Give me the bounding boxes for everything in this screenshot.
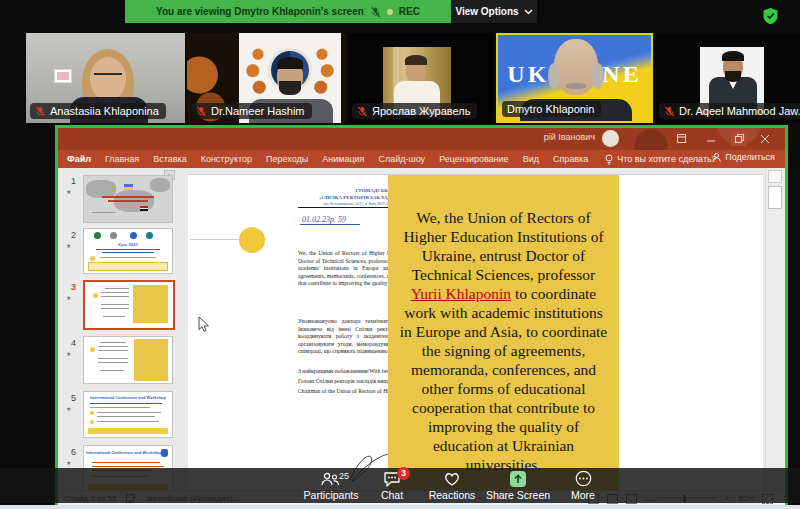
participant-name: Dr.Nameer Hashim — [211, 105, 305, 117]
security-shield-icon[interactable] — [762, 7, 779, 29]
ribbon-share-label: Поделиться — [725, 152, 775, 162]
tab-review[interactable]: Рецензирование — [439, 154, 509, 164]
minimize-button[interactable] — [703, 131, 719, 146]
tab-slideshow[interactable]: Слайд-шоу — [378, 154, 425, 164]
thumbnail-title: International Conference and Workshop — [86, 450, 162, 455]
reactions-label: Reactions — [414, 489, 490, 501]
video-tile-aqeel[interactable]: Dr. Aqeel Mahmood Jaw... — [655, 33, 800, 123]
ribbon-tab-bar: Файл Главная Вставка Конструктор Переход… — [58, 150, 785, 168]
participant-name-tag: Dr.Nameer Hashim — [191, 103, 312, 119]
rec-label: REC — [399, 6, 420, 17]
reactions-button[interactable]: Reactions — [414, 470, 490, 502]
video-tile-nameer[interactable]: Dr.Nameer Hashim — [187, 33, 346, 123]
slide-number: 1 — [60, 176, 76, 186]
letter-date-handwritten: 01.02.23р. 59 — [300, 215, 360, 225]
tab-file[interactable]: Файл — [67, 154, 91, 164]
lightbulb-icon — [605, 154, 613, 165]
participant-name-tag: Anastasiia Khlaponina — [30, 103, 166, 119]
viewing-banner: You are viewing Dmytro Khlaponin's scree… — [125, 0, 451, 23]
animation-star-icon: ★ — [66, 350, 71, 357]
highlight-link-yurii-khlaponin[interactable]: Yurii Khlaponin — [411, 285, 511, 302]
slide-thumbnail-1[interactable] — [83, 175, 173, 223]
close-button[interactable] — [757, 131, 773, 146]
muted-mic-icon — [196, 106, 207, 117]
mouse-cursor — [198, 316, 210, 337]
canvas-scrollbar[interactable] — [765, 168, 783, 493]
tab-view[interactable]: Вид — [523, 154, 539, 164]
ribbon-display-options-button[interactable] — [673, 131, 689, 146]
tell-me-box[interactable]: Что вы хотите сделать? — [605, 154, 717, 165]
account-avatar[interactable] — [602, 130, 619, 147]
slide-thumbnail-4[interactable] — [83, 336, 173, 384]
tab-design[interactable]: Конструктор — [201, 154, 252, 164]
bottom-edge-strip — [0, 505, 800, 509]
chat-unread-badge: 3 — [397, 467, 410, 480]
animation-star-icon: ★ — [66, 242, 71, 249]
scrollbar-top-button[interactable] — [768, 170, 782, 183]
powerpoint-titlebar: рій Іванович — [58, 128, 785, 150]
timeline-yellow-dot[interactable] — [239, 227, 265, 253]
recording-dot — [387, 9, 393, 15]
tab-help[interactable]: Справка — [553, 154, 588, 164]
muted-mic-icon — [357, 106, 368, 117]
video-tile-anastasiia[interactable]: Anastasiia Khlaponina — [26, 33, 185, 123]
slide-number: 2 — [60, 230, 76, 240]
shared-screen-region: рій Іванович Файл Главная Вставка Констр… — [55, 125, 788, 505]
participant-name-tag: Ярослав Журавель — [352, 103, 477, 119]
video-tile-yaroslav[interactable]: Ярослав Журавель — [348, 33, 494, 123]
slide-thumbnail-3-selected[interactable] — [83, 280, 175, 330]
tab-insert[interactable]: Вставка — [153, 154, 186, 164]
scrollbar-thumb[interactable] — [768, 186, 782, 209]
badge-icon — [161, 449, 168, 457]
banner-muted-mic-icon — [370, 6, 381, 18]
highlight-text-part2: to coordinate work with academic institu… — [400, 285, 607, 473]
video-tile-dmytro-active-speaker[interactable]: UKRAINE Dmytro Khlaponin — [496, 33, 653, 123]
slide-number: 4 — [60, 338, 76, 348]
animation-star-icon: ★ — [66, 294, 71, 301]
person-icon — [712, 153, 721, 162]
participant-name: Dmytro Khlaponin — [507, 103, 594, 115]
muted-mic-icon — [664, 106, 675, 117]
slide-thumbnail-panel: 1 ★ 2 ★ Kyiv, 2023 — [58, 168, 178, 493]
tab-home[interactable]: Главная — [105, 154, 139, 164]
chevron-down-icon — [524, 9, 533, 15]
slide-thumbnail-2[interactable]: Kyiv, 2023 — [83, 228, 173, 274]
zoom-meeting-screen: Anastasiia Khlaponina Dr.Nameer Hashim Я… — [0, 0, 800, 509]
participant-name-tag: Dr. Aqeel Mahmood Jaw... — [659, 103, 800, 119]
tab-transitions[interactable]: Переходы — [266, 154, 308, 164]
participants-count: 25 — [339, 471, 349, 481]
account-user-name: рій Іванович — [544, 132, 595, 142]
tab-animations[interactable]: Анимация — [322, 154, 364, 164]
more-button[interactable]: More — [545, 470, 621, 502]
participant-name: Dr. Aqeel Mahmood Jaw... — [679, 105, 800, 117]
share-screen-icon — [510, 471, 526, 487]
view-options-button[interactable]: View Options — [451, 0, 537, 23]
highlight-text-part1: We, the Union of Rectors of Higher Educa… — [403, 209, 603, 283]
participant-name-tag: Dmytro Khlaponin — [502, 101, 601, 117]
slide-number-selected: 3 — [60, 282, 76, 292]
muted-mic-icon — [35, 106, 46, 117]
tell-me-label: Что вы хотите сделать? — [617, 154, 717, 164]
thumbnail-title: International Conference and Workshop — [86, 395, 170, 400]
slide-number: 5 — [60, 393, 76, 403]
more-label: More — [545, 489, 621, 501]
animation-star-icon: ★ — [66, 405, 71, 412]
highlight-text-box[interactable]: We, the Union of Rectors of Higher Educa… — [388, 175, 619, 491]
animation-star-icon: ★ — [66, 188, 71, 195]
heart-icon — [443, 471, 461, 487]
more-ellipsis-icon — [575, 470, 592, 487]
view-options-label: View Options — [455, 6, 518, 17]
slide-number: 6 — [60, 447, 76, 457]
ribbon-share-button[interactable]: Поделиться — [712, 152, 775, 162]
viewing-banner-text: You are viewing Dmytro Khlaponin's scree… — [156, 6, 364, 17]
participant-name: Anastasiia Khlaponina — [50, 105, 159, 117]
animation-star-icon: ★ — [66, 459, 71, 466]
slide-thumbnail-5[interactable]: International Conference and Workshop — [83, 391, 173, 438]
participant-name: Ярослав Журавель — [372, 105, 470, 117]
zoom-toolbar: 25 Participants 3 Chat Reactions — [0, 468, 800, 503]
restore-button[interactable] — [731, 131, 747, 146]
